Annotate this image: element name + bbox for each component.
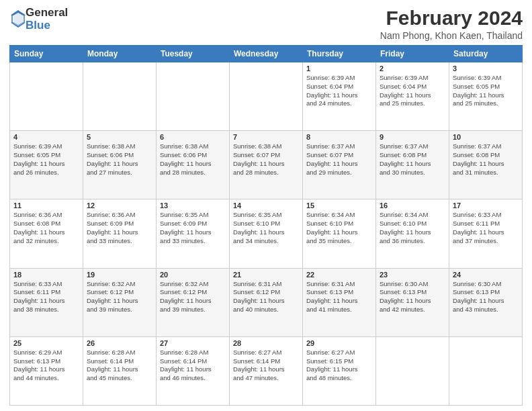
day-info: Sunrise: 6:39 AM Sunset: 6:04 PM Dayligh… [306,74,372,108]
day-info: Sunrise: 6:27 AM Sunset: 6:15 PM Dayligh… [306,349,372,383]
calendar-cell: 8Sunrise: 6:37 AM Sunset: 6:07 PM Daylig… [303,131,376,199]
calendar-cell [10,62,83,131]
day-info: Sunrise: 6:30 AM Sunset: 6:13 PM Dayligh… [453,280,519,314]
day-number: 4 [13,133,79,141]
calendar-cell [376,336,449,405]
calendar-cell: 14Sunrise: 6:35 AM Sunset: 6:10 PM Dayli… [230,199,303,268]
title-block: February 2024 Nam Phong, Khon Kaen, Thai… [380,7,523,41]
calendar-cell: 2Sunrise: 6:39 AM Sunset: 6:04 PM Daylig… [376,62,449,131]
calendar-header-friday: Friday [376,46,449,62]
day-info: Sunrise: 6:35 AM Sunset: 6:09 PM Dayligh… [160,211,226,245]
calendar-cell: 12Sunrise: 6:36 AM Sunset: 6:09 PM Dayli… [83,199,157,268]
day-number: 16 [380,201,445,210]
logo-blue-text: Blue [26,19,68,32]
calendar-cell [449,336,523,405]
calendar-week-row: 25Sunrise: 6:29 AM Sunset: 6:13 PM Dayli… [10,336,523,405]
day-number: 2 [380,64,445,73]
calendar-cell: 18Sunrise: 6:33 AM Sunset: 6:11 PM Dayli… [10,268,83,336]
calendar-cell: 11Sunrise: 6:36 AM Sunset: 6:08 PM Dayli… [10,199,83,268]
day-info: Sunrise: 6:28 AM Sunset: 6:14 PM Dayligh… [160,349,226,383]
calendar-cell: 26Sunrise: 6:28 AM Sunset: 6:14 PM Dayli… [83,336,157,405]
day-info: Sunrise: 6:31 AM Sunset: 6:13 PM Dayligh… [306,280,372,314]
day-info: Sunrise: 6:36 AM Sunset: 6:08 PM Dayligh… [13,211,79,245]
day-number: 28 [233,339,299,347]
page: General Blue February 2024 Nam Phong, Kh… [0,0,532,411]
day-number: 18 [13,271,79,279]
calendar-cell: 16Sunrise: 6:34 AM Sunset: 6:10 PM Dayli… [376,199,449,268]
day-info: Sunrise: 6:37 AM Sunset: 6:07 PM Dayligh… [306,142,372,177]
calendar-cell: 4Sunrise: 6:39 AM Sunset: 6:05 PM Daylig… [10,131,83,199]
calendar-cell: 10Sunrise: 6:37 AM Sunset: 6:08 PM Dayli… [449,131,523,199]
day-number: 9 [380,133,445,141]
day-info: Sunrise: 6:34 AM Sunset: 6:10 PM Dayligh… [380,211,445,245]
calendar-cell [83,62,157,131]
calendar-cell: 3Sunrise: 6:39 AM Sunset: 6:05 PM Daylig… [449,62,523,131]
day-info: Sunrise: 6:35 AM Sunset: 6:10 PM Dayligh… [233,211,299,245]
day-number: 26 [87,339,152,347]
calendar-cell: 25Sunrise: 6:29 AM Sunset: 6:13 PM Dayli… [10,336,83,405]
day-number: 22 [306,271,372,279]
day-number: 13 [160,201,226,210]
logo-icon [11,9,26,28]
calendar-header-saturday: Saturday [449,46,523,62]
day-number: 6 [160,133,226,141]
day-info: Sunrise: 6:38 AM Sunset: 6:07 PM Dayligh… [233,142,299,177]
calendar-cell: 19Sunrise: 6:32 AM Sunset: 6:12 PM Dayli… [83,268,157,336]
day-info: Sunrise: 6:39 AM Sunset: 6:05 PM Dayligh… [453,74,519,108]
calendar-cell: 29Sunrise: 6:27 AM Sunset: 6:15 PM Dayli… [303,336,376,405]
day-info: Sunrise: 6:32 AM Sunset: 6:12 PM Dayligh… [87,280,152,314]
day-info: Sunrise: 6:36 AM Sunset: 6:09 PM Dayligh… [87,211,152,245]
day-info: Sunrise: 6:33 AM Sunset: 6:11 PM Dayligh… [13,280,79,314]
calendar-header-row: SundayMondayTuesdayWednesdayThursdayFrid… [10,46,523,62]
calendar-cell: 27Sunrise: 6:28 AM Sunset: 6:14 PM Dayli… [157,336,230,405]
calendar-cell: 9Sunrise: 6:37 AM Sunset: 6:08 PM Daylig… [376,131,449,199]
day-number: 12 [87,201,152,210]
logo-general-text: General [26,7,68,19]
day-number: 11 [13,201,79,210]
month-title: February 2024 [380,7,523,29]
logo: General Blue [9,7,68,32]
day-number: 17 [453,201,519,210]
day-info: Sunrise: 6:28 AM Sunset: 6:14 PM Dayligh… [87,349,152,383]
calendar-cell [157,62,230,131]
day-info: Sunrise: 6:37 AM Sunset: 6:08 PM Dayligh… [453,142,519,177]
day-number: 10 [453,133,519,141]
calendar-cell [230,62,303,131]
day-number: 7 [233,133,299,141]
calendar-cell: 6Sunrise: 6:38 AM Sunset: 6:06 PM Daylig… [157,131,230,199]
calendar-cell: 15Sunrise: 6:34 AM Sunset: 6:10 PM Dayli… [303,199,376,268]
day-info: Sunrise: 6:31 AM Sunset: 6:12 PM Dayligh… [233,280,299,314]
location-title: Nam Phong, Khon Kaen, Thailand [380,30,523,41]
day-info: Sunrise: 6:39 AM Sunset: 6:04 PM Dayligh… [380,74,445,108]
calendar-cell: 1Sunrise: 6:39 AM Sunset: 6:04 PM Daylig… [303,62,376,131]
calendar-cell: 20Sunrise: 6:32 AM Sunset: 6:12 PM Dayli… [157,268,230,336]
calendar-header-tuesday: Tuesday [157,46,230,62]
calendar-cell: 13Sunrise: 6:35 AM Sunset: 6:09 PM Dayli… [157,199,230,268]
day-info: Sunrise: 6:29 AM Sunset: 6:13 PM Dayligh… [13,349,79,383]
day-number: 29 [306,339,372,347]
day-info: Sunrise: 6:38 AM Sunset: 6:06 PM Dayligh… [87,142,152,177]
calendar-header-wednesday: Wednesday [230,46,303,62]
calendar-header-thursday: Thursday [303,46,376,62]
day-info: Sunrise: 6:37 AM Sunset: 6:08 PM Dayligh… [380,142,445,177]
day-number: 20 [160,271,226,279]
calendar-week-row: 4Sunrise: 6:39 AM Sunset: 6:05 PM Daylig… [10,131,523,199]
calendar-header-monday: Monday [83,46,157,62]
header: General Blue February 2024 Nam Phong, Kh… [9,7,523,41]
day-number: 5 [87,133,152,141]
calendar-cell: 22Sunrise: 6:31 AM Sunset: 6:13 PM Dayli… [303,268,376,336]
day-number: 1 [306,64,372,73]
calendar-cell: 24Sunrise: 6:30 AM Sunset: 6:13 PM Dayli… [449,268,523,336]
day-number: 27 [160,339,226,347]
day-info: Sunrise: 6:27 AM Sunset: 6:14 PM Dayligh… [233,349,299,383]
day-number: 21 [233,271,299,279]
day-info: Sunrise: 6:39 AM Sunset: 6:05 PM Dayligh… [13,142,79,177]
calendar-cell: 28Sunrise: 6:27 AM Sunset: 6:14 PM Dayli… [230,336,303,405]
calendar-table: SundayMondayTuesdayWednesdayThursdayFrid… [9,45,523,406]
day-info: Sunrise: 6:32 AM Sunset: 6:12 PM Dayligh… [160,280,226,314]
day-info: Sunrise: 6:38 AM Sunset: 6:06 PM Dayligh… [160,142,226,177]
calendar-header-sunday: Sunday [10,46,83,62]
calendar-cell: 7Sunrise: 6:38 AM Sunset: 6:07 PM Daylig… [230,131,303,199]
day-number: 19 [87,271,152,279]
day-number: 15 [306,201,372,210]
